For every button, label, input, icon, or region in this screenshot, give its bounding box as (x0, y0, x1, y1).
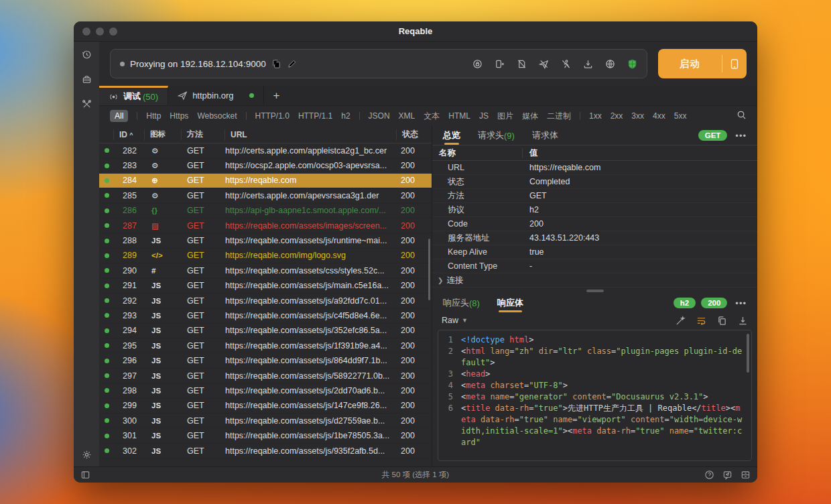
word-wrap-icon[interactable] (696, 316, 706, 326)
request-row-297[interactable]: 297JSGEThttps://reqable.com/assets/js/58… (99, 369, 432, 383)
icon-column-header[interactable]: 图标 (145, 129, 182, 140)
panel-splitter[interactable] (432, 288, 757, 294)
history-icon[interactable] (82, 50, 92, 60)
response-body-viewer[interactable]: 1<!doctype html>2<html lang="zh" dir="lt… (438, 330, 752, 461)
tab-debug[interactable]: 调试(50) (99, 86, 168, 105)
filter-chip-websocket[interactable]: Websocket (197, 111, 237, 121)
format-wand-icon[interactable] (676, 316, 686, 326)
chevron-right-icon[interactable]: ❯ (438, 277, 443, 284)
security-on-icon[interactable] (627, 59, 637, 69)
filter-chip-5xx[interactable]: 5xx (674, 111, 687, 121)
code-lines: 1<!doctype html>2<html lang="zh" dir="lt… (438, 334, 745, 448)
js-icon: JS (145, 387, 182, 395)
request-row-292[interactable]: 292JSGEThttps://reqable.com/assets/js/a9… (99, 294, 432, 308)
tab-response-body[interactable]: 响应体 (497, 294, 523, 312)
filter-chip-1xx[interactable]: 1xx (589, 111, 602, 121)
filter-chip-http/1.1[interactable]: HTTP/1.1 (298, 111, 332, 121)
request-url: https://reqable.com/assets/js/1be78505.3… (225, 431, 397, 440)
copy-address-icon[interactable] (271, 59, 281, 69)
tab-response-headers[interactable]: 响应头(8) (443, 294, 480, 312)
phone-disconnect-icon[interactable] (495, 59, 505, 69)
request-row-288[interactable]: 288JSGEThttps://reqable.com/assets/js/ru… (99, 233, 432, 248)
request-row-299[interactable]: 299JSGEThttps://reqable.com/assets/js/14… (99, 399, 432, 414)
filter-chip-all[interactable]: All (110, 110, 128, 122)
search-icon[interactable] (737, 110, 747, 122)
tab-overview[interactable]: 总览 (443, 126, 460, 145)
request-row-302[interactable]: 302JSGEThttps://reqable.com/assets/js/93… (99, 444, 432, 458)
tab-request-headers[interactable]: 请求头(9) (478, 126, 515, 145)
filter-chip-h2[interactable]: h2 (341, 111, 350, 121)
run-off-icon[interactable] (561, 59, 571, 69)
request-row-290[interactable]: 290#GEThttps://reqable.com/assets/css/st… (99, 263, 432, 278)
add-tab-button[interactable]: + (264, 86, 290, 105)
tools-icon[interactable] (82, 99, 92, 109)
request-row-301[interactable]: 301JSGEThttps://reqable.com/assets/js/1b… (99, 428, 432, 443)
more-options-icon[interactable]: ••• (732, 131, 747, 141)
proxy-status-box[interactable]: Proxying on 192.168.12.104:9000 (110, 49, 647, 78)
overview-row-方法[interactable]: 方法GET (432, 189, 757, 203)
settings-icon[interactable] (82, 450, 92, 460)
overview-row-状态[interactable]: 状态Completed (432, 175, 757, 189)
request-row-285[interactable]: 285⚙GEThttp://certs.apple.com/apevsrsaca… (99, 188, 432, 203)
request-row-294[interactable]: 294JSGEThttps://reqable.com/assets/js/35… (99, 324, 432, 338)
request-status-dot (99, 223, 114, 228)
request-row-295[interactable]: 295JSGEThttps://reqable.com/assets/js/1f… (99, 338, 432, 353)
request-row-293[interactable]: 293JSGEThttps://reqable.com/assets/js/c4… (99, 308, 432, 323)
overview-row-Code[interactable]: Code200 (432, 217, 757, 231)
id-column-header[interactable]: ID ^ (114, 129, 145, 140)
tab-request-body[interactable]: 请求体 (532, 126, 558, 145)
request-row-296[interactable]: 296JSGEThttps://reqable.com/assets/js/86… (99, 353, 432, 368)
overview-row-Keep Alive[interactable]: Keep Alivetrue (432, 245, 757, 259)
session-tabbar: 调试(50) httpbin.org + (99, 86, 757, 106)
filter-chip-3xx[interactable]: 3xx (631, 111, 644, 121)
method-column-header[interactable]: 方法 (182, 129, 225, 140)
view-mode-dropdown[interactable]: Raw (442, 316, 458, 325)
filter-chip-http[interactable]: Http (146, 111, 161, 121)
request-row-286[interactable]: 286{}GEThttps://api-glb-aapne1c.smoot.ap… (99, 204, 432, 218)
filter-chip-文本[interactable]: 文本 (424, 111, 440, 122)
network-icon[interactable] (605, 59, 615, 69)
request-method: GET (182, 161, 225, 170)
overview-row-服务器地址[interactable]: 服务器地址43.143.51.220:443 (432, 231, 757, 245)
more-options-icon[interactable]: ••• (732, 298, 747, 308)
url-column-header[interactable]: URL (225, 129, 397, 140)
filter-chip-xml[interactable]: XML (399, 111, 416, 121)
chevron-down-icon[interactable]: ▼ (462, 317, 468, 324)
filter-chip-html[interactable]: HTML (448, 111, 470, 121)
filter-chip-2xx[interactable]: 2xx (611, 111, 623, 121)
shield-lock-icon[interactable] (472, 59, 483, 69)
request-row-284[interactable]: 284⊕GEThttps://reqable.com200 (99, 174, 432, 188)
overview-row-连接[interactable]: ❯连接 (432, 273, 757, 288)
request-row-287[interactable]: 287▨GEThttps://reqable.com/assets/images… (99, 218, 432, 233)
overview-row-Content Type[interactable]: Content Type- (432, 259, 757, 273)
request-row-283[interactable]: 283⚙GEThttps://ocsp2.apple.com/ocsp03-ap… (99, 158, 432, 173)
filter-chip-js[interactable]: JS (479, 111, 489, 121)
filter-chip-4xx[interactable]: 4xx (653, 111, 665, 121)
status-column-header[interactable]: 状态 (397, 129, 432, 140)
request-row-298[interactable]: 298JSGEThttps://reqable.com/assets/js/2d… (99, 383, 432, 398)
edit-proxy-icon[interactable] (287, 59, 297, 69)
request-row-282[interactable]: 282⚙GEThttp://certs.apple.com/appleistca… (99, 143, 432, 158)
request-row-291[interactable]: 291JSGEThttps://reqable.com/assets/js/ma… (99, 279, 432, 294)
request-row-300[interactable]: 300JSGEThttps://reqable.com/assets/js/d2… (99, 414, 432, 428)
filter-chip-https[interactable]: Https (170, 111, 188, 121)
script-off-icon[interactable] (517, 59, 527, 69)
copy-icon[interactable] (717, 316, 727, 326)
download-icon[interactable] (583, 59, 593, 69)
filter-chip-图片[interactable]: 图片 (497, 111, 513, 122)
filter-chip-二进制[interactable]: 二进制 (547, 111, 571, 122)
toolbox-icon[interactable] (82, 74, 92, 84)
filter-chip-媒体[interactable]: 媒体 (522, 111, 538, 122)
filter-chip-http/1.0[interactable]: HTTP/1.0 (255, 111, 290, 121)
start-button[interactable]: 启动 (658, 49, 747, 78)
send-off-icon[interactable] (539, 59, 549, 69)
request-list-scrollbar[interactable] (428, 239, 430, 300)
overview-row-URL[interactable]: URLhttps://reqable.com (432, 161, 757, 175)
request-row-289[interactable]: 289</>GEThttps://reqable.com/img/logo.sv… (99, 249, 432, 263)
overview-row-协议[interactable]: 协议h2 (432, 203, 757, 217)
code-scrollbar[interactable] (747, 334, 749, 373)
mobile-device-icon[interactable] (722, 59, 747, 69)
tab-httpbin[interactable]: httpbin.org (168, 86, 263, 105)
download-body-icon[interactable] (738, 316, 748, 326)
filter-chip-json[interactable]: JSON (369, 111, 390, 121)
